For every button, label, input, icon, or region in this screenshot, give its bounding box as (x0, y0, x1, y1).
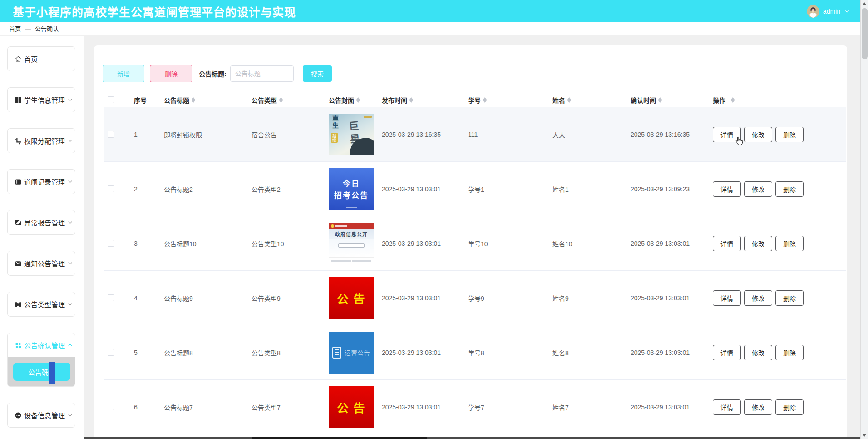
delete-button[interactable]: 删除 (775, 399, 804, 415)
avatar (807, 5, 819, 18)
sidebar-item-label: 设备信息管理 (24, 410, 65, 420)
cell-cover: 公 告 (318, 386, 380, 428)
cell-cover: 运营公告 (318, 332, 380, 374)
sidebar-item-home[interactable]: 首页 (8, 47, 75, 71)
cell-actions: 详情修改删除 (713, 399, 846, 415)
cell-actions: 详情修改删除 (713, 236, 846, 251)
delete-button[interactable]: 删除 (775, 290, 804, 306)
cell-student-id: 学号8 (467, 348, 551, 357)
sort-caret-icon[interactable] (279, 97, 283, 103)
select-all-checkbox[interactable] (108, 96, 114, 103)
column-header-title[interactable]: 公告标题 (154, 95, 241, 105)
vertical-scroll-thumb[interactable] (862, 8, 868, 59)
edit-button[interactable]: 修改 (744, 290, 772, 306)
vertical-scrollbar[interactable] (860, 0, 868, 439)
cover-bluedoc-text: 运营公告 (345, 348, 370, 357)
sort-caret-icon[interactable] (658, 97, 662, 103)
sort-caret-icon[interactable] (483, 97, 487, 103)
table-row: 5公告标题8公告类型8运营公告2025-03-29 13:03:01学号8姓名8… (104, 325, 846, 380)
row-checkbox[interactable] (108, 349, 114, 356)
sidebar-item-notice[interactable]: 通知公告管理 (8, 251, 75, 275)
chevron-down-icon (67, 412, 74, 419)
submenu-scroll-thumb[interactable] (49, 362, 55, 384)
search-input[interactable] (230, 65, 294, 82)
row-checkbox[interactable] (108, 131, 114, 138)
edit-button[interactable]: 修改 (744, 236, 772, 251)
delete-button[interactable]: 删除 (775, 345, 804, 360)
sidebar: 首页学生信息管理权限分配管理道闸记录管理异常报告管理通知公告管理公告类型管理公告… (0, 36, 84, 439)
delete-button[interactable]: 删除 (775, 181, 804, 197)
report-icon (14, 219, 22, 227)
edit-button[interactable]: 修改 (744, 345, 772, 360)
horizontal-scrollbar[interactable] (84, 437, 860, 439)
sort-caret-icon[interactable] (192, 97, 195, 103)
sidebar-card-announcement-type: 公告类型管理 (7, 292, 75, 317)
detail-button[interactable]: 详情 (713, 399, 741, 415)
app-header: 基于小程序的高校学生公寓道闸管理平台的设计与实现 admin (0, 0, 860, 22)
delete-button[interactable]: 删除 (775, 236, 804, 251)
edit-button[interactable]: 修改 (744, 399, 772, 415)
row-select-cell (104, 349, 127, 356)
sort-caret-icon[interactable] (409, 97, 413, 103)
column-header-confirm[interactable]: 确认时间 (629, 95, 713, 105)
sidebar-item-student-info[interactable]: 学生信息管理 (8, 88, 75, 112)
user-menu[interactable]: admin (807, 0, 850, 22)
column-header-label: 发布时间 (382, 95, 407, 105)
sidebar-card-abnormal-report: 异常报告管理 (7, 210, 75, 235)
chevron-down-icon (67, 137, 74, 144)
row-checkbox[interactable] (108, 185, 114, 192)
sidebar-item-announcement-type[interactable]: 公告类型管理 (8, 292, 75, 316)
sidebar-item-abnormal-report[interactable]: 异常报告管理 (8, 210, 75, 234)
column-header-sid[interactable]: 学号 (467, 95, 551, 105)
table-row: 2公告标题2公告类型2今日招考公告2025-03-29 13:03:01学号1姓… (104, 162, 846, 216)
detail-button[interactable]: 详情 (713, 345, 741, 360)
detail-button[interactable]: 详情 (713, 127, 741, 142)
add-button[interactable]: 新增 (103, 65, 144, 82)
scroll-up-arrow[interactable] (863, 2, 866, 5)
search-button[interactable]: 搜索 (303, 65, 332, 82)
detail-button[interactable]: 详情 (713, 236, 741, 251)
cover-gov-title: 政府信息公开 (329, 229, 374, 239)
column-header-pub[interactable]: 发布时间 (380, 95, 467, 105)
document-icon (332, 347, 341, 359)
delete-button[interactable]: 删除 (150, 65, 192, 82)
table-row: 4公告标题9公告类型9公 告2025-03-29 13:03:01学号9姓名92… (104, 271, 846, 325)
sort-caret-icon[interactable] (567, 97, 571, 103)
edit-button[interactable]: 修改 (744, 181, 772, 197)
sidebar-item-permission[interactable]: 权限分配管理 (8, 129, 75, 153)
row-checkbox[interactable] (108, 240, 114, 247)
detail-button[interactable]: 详情 (713, 181, 741, 197)
delete-button[interactable]: 删除 (775, 127, 804, 142)
cover-gov-body (329, 239, 374, 257)
column-header-type[interactable]: 公告类型 (241, 95, 318, 105)
breadcrumb-current: 公告确认 (35, 24, 59, 33)
row-select-cell (104, 240, 127, 247)
detail-button[interactable]: 详情 (713, 290, 741, 306)
column-header-name[interactable]: 姓名 (551, 95, 629, 105)
breadcrumb-home[interactable]: 首页 (9, 24, 21, 33)
sort-caret-icon[interactable] (731, 97, 735, 103)
cell-cover: 公 告 (318, 277, 380, 319)
horizontal-scroll-thumb[interactable] (252, 437, 427, 439)
column-header-cover[interactable]: 公告封面 (318, 95, 380, 105)
scroll-down-arrow[interactable] (863, 434, 866, 437)
sidebar-item-label: 道闸记录管理 (24, 177, 65, 186)
column-header-ops[interactable]: 操作 (713, 95, 846, 105)
cell-name: 姓名10 (551, 239, 629, 248)
sidebar-card-student-info: 学生信息管理 (7, 87, 75, 112)
row-checkbox[interactable] (108, 404, 114, 410)
sidebar-item-gate-records[interactable]: 道闸记录管理 (8, 170, 75, 194)
home-icon (14, 55, 22, 63)
user-name: admin (823, 8, 840, 15)
edit-button[interactable]: 修改 (744, 127, 772, 142)
sidebar-item-device-info[interactable]: 设备信息管理 (8, 403, 75, 427)
sidebar-item-announcement-confirm[interactable]: 公告确认管理 (8, 333, 75, 357)
sidebar-item-label: 通知公告管理 (24, 259, 65, 268)
submenu-item-announcement-confirm-item[interactable]: 公告确认 (13, 363, 70, 381)
row-checkbox[interactable] (108, 294, 114, 301)
cover-red-text: 公 告 (337, 290, 366, 306)
sort-caret-icon[interactable] (356, 97, 360, 103)
chevron-down-icon (67, 219, 74, 226)
cell-publish-time: 2025-03-29 13:03:01 (380, 185, 467, 193)
chevron-down-icon (67, 301, 74, 308)
